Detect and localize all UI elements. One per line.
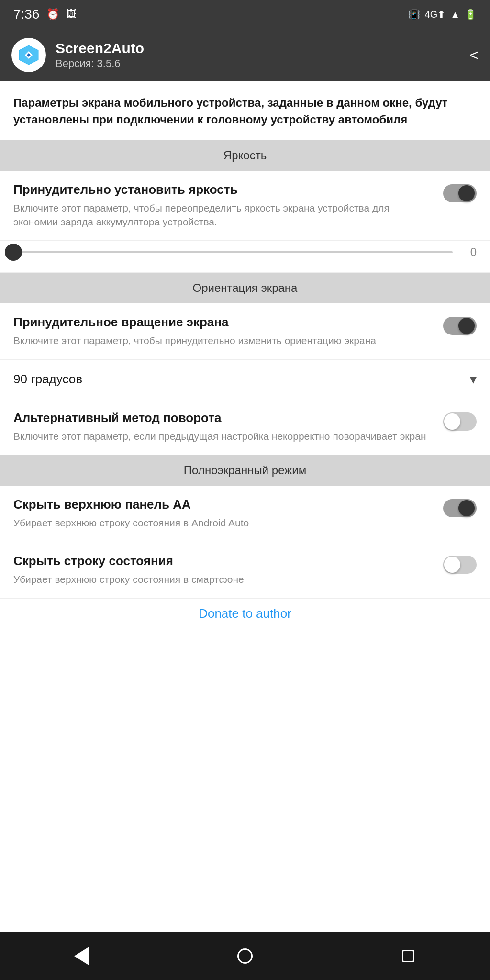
scroll-content: Яркость Принудительно установить яркость… [0,140,490,932]
hide-aa-panel-toggle[interactable] [443,499,477,517]
brightness-slider-value: 0 [461,245,477,259]
nav-recents-button[interactable] [389,942,427,970]
header-back-button[interactable]: < [469,46,479,64]
signal-icon: ▲ [450,9,460,20]
setting-hide-aa-panel: Скрыть верхнюю панель АА Убирает верхнюю… [0,486,490,542]
hide-statusbar-toggle-thumb [444,557,460,573]
force-rotation-desc: Включите этот параметр, чтобы принудител… [13,334,435,347]
vibrate-icon: 📳 [408,9,420,20]
section-orientation: Ориентация экрана [0,273,490,303]
app-title-block: Screen2Auto Версия: 3.5.6 [56,40,469,70]
section-brightness-title: Яркость [223,149,267,162]
recents-icon [402,950,414,962]
data-icon: 4G⬆ [425,9,446,20]
setting-hide-statusbar-text: Скрыть строку состояния Убирает верхнюю … [13,554,435,586]
hide-aa-panel-title: Скрыть верхнюю панель АА [13,497,435,512]
status-time: 7:36 [13,7,40,22]
brightness-slider-thumb[interactable] [5,244,22,261]
brightness-slider-track[interactable] [13,251,453,253]
donate-area: Donate to author [0,598,490,631]
status-bar-left: 7:36 ⏰ 🖼 [13,7,77,22]
setting-alt-rotation-text: Альтернативный метод поворота Включите э… [13,411,435,443]
alt-rotation-desc: Включите этот параметр, если предыдущая … [13,429,435,443]
back-icon [74,947,89,966]
setting-force-brightness: Принудительно установить яркость Включит… [0,171,490,241]
hide-statusbar-desc: Убирает верхнюю строку состояния в смарт… [13,572,435,586]
rotation-dropdown[interactable]: 90 градусов ▾ [0,360,490,399]
app-version: Версия: 3.5.6 [56,57,469,70]
dropdown-chevron-icon: ▾ [470,371,477,387]
alt-rotation-toggle-thumb [444,413,460,430]
donate-link[interactable]: Donate to author [199,606,291,621]
setting-force-rotation-text: Принудительное вращение экрана Включите … [13,315,435,347]
nav-home-button[interactable] [226,942,264,970]
brightness-slider-area: 0 [0,241,490,273]
hide-aa-panel-toggle-thumb [458,500,475,516]
force-brightness-toggle[interactable] [443,184,477,202]
force-brightness-toggle-thumb [458,185,475,201]
section-orientation-title: Ориентация экрана [193,281,298,294]
setting-hide-aa-panel-text: Скрыть верхнюю панель АА Убирает верхнюю… [13,497,435,530]
force-rotation-toggle-thumb [458,318,475,334]
alarm-icon: ⏰ [46,8,59,21]
setting-force-brightness-text: Принудительно установить яркость Включит… [13,182,435,229]
section-fullscreen-title: Полноэкранный режим [184,464,306,477]
app-header: Screen2Auto Версия: 3.5.6 < [0,29,490,81]
force-rotation-title: Принудительное вращение экрана [13,315,435,330]
force-brightness-title: Принудительно установить яркость [13,182,435,197]
hide-statusbar-toggle[interactable] [443,556,477,574]
force-brightness-desc: Включите этот параметр, чтобы переопреде… [13,201,435,229]
description-block: Параметры экрана мобильного устройства, … [0,81,490,140]
hide-aa-panel-desc: Убирает верхнюю строку состояния в Andro… [13,516,435,530]
alt-rotation-toggle[interactable] [443,412,477,431]
section-brightness: Яркость [0,140,490,171]
nav-back-button[interactable] [63,942,101,970]
battery-icon: 🔋 [465,9,477,20]
status-bar: 7:36 ⏰ 🖼 📳 4G⬆ ▲ 🔋 [0,0,490,29]
app-title: Screen2Auto [56,40,469,56]
bottom-nav [0,932,490,980]
app-logo [11,38,46,72]
gallery-icon: 🖼 [66,8,77,21]
description-text: Параметры экрана мобильного устройства, … [13,95,477,128]
app-logo-svg [17,44,40,67]
rotation-dropdown-value: 90 градусов [13,372,82,387]
hide-statusbar-title: Скрыть строку состояния [13,554,435,568]
setting-force-rotation: Принудительное вращение экрана Включите … [0,303,490,359]
home-icon [237,948,253,964]
setting-alt-rotation: Альтернативный метод поворота Включите э… [0,399,490,455]
alt-rotation-title: Альтернативный метод поворота [13,411,435,425]
status-bar-right: 📳 4G⬆ ▲ 🔋 [408,9,477,20]
section-fullscreen: Полноэкранный режим [0,455,490,486]
force-rotation-toggle[interactable] [443,317,477,335]
setting-hide-statusbar: Скрыть строку состояния Убирает верхнюю … [0,542,490,598]
